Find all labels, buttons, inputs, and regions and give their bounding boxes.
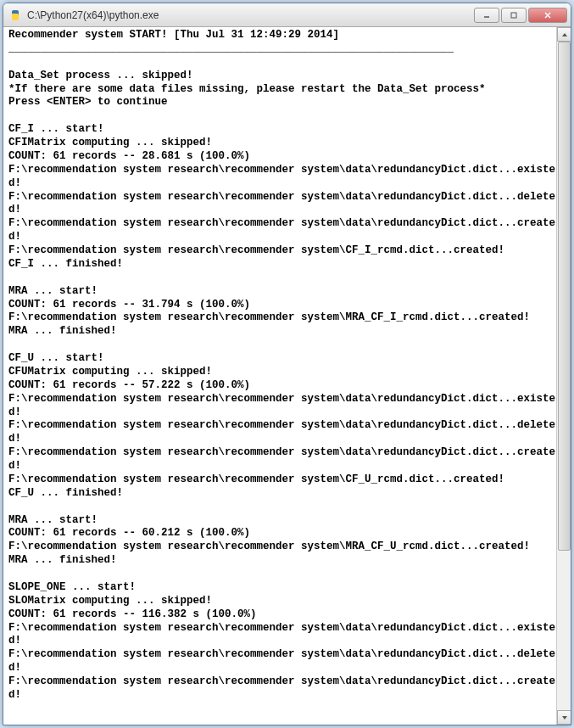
window-title: C:\Python27(x64)\python.exe	[27, 9, 474, 21]
terminal-output: Recommender system START! [Thu Jul 31 12…	[8, 29, 566, 703]
titlebar[interactable]: C:\Python27(x64)\python.exe	[3, 3, 571, 27]
python-icon	[8, 8, 22, 22]
scroll-down-button[interactable]	[557, 710, 571, 725]
svg-marker-4	[562, 33, 567, 36]
terminal-area[interactable]: Recommender system START! [Thu Jul 31 12…	[3, 27, 571, 725]
close-button[interactable]	[528, 8, 567, 23]
scroll-up-button[interactable]	[557, 27, 571, 42]
maximize-icon	[510, 11, 518, 20]
minimize-icon	[482, 11, 491, 20]
close-icon	[543, 11, 552, 20]
chevron-up-icon	[561, 31, 568, 38]
minimize-button[interactable]	[474, 8, 499, 23]
chevron-down-icon	[561, 714, 568, 721]
svg-marker-5	[562, 716, 567, 720]
console-window: C:\Python27(x64)\python.exe Recommender …	[3, 3, 571, 725]
maximize-button[interactable]	[501, 8, 527, 23]
svg-rect-1	[511, 13, 516, 18]
scroll-thumb[interactable]	[558, 42, 571, 551]
window-controls	[474, 8, 567, 23]
vertical-scrollbar[interactable]	[556, 27, 571, 725]
